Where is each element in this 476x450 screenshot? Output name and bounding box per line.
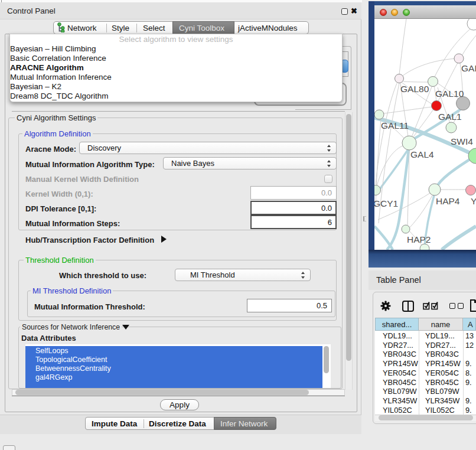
svg-text:SWI4: SWI4 bbox=[451, 136, 473, 146]
svg-text:GAL1: GAL1 bbox=[438, 112, 462, 122]
svg-text:Y: Y bbox=[471, 196, 476, 206]
svg-text:GAL80: GAL80 bbox=[400, 84, 429, 94]
svg-text:GAL11: GAL11 bbox=[381, 120, 409, 131]
svg-text:HAP2: HAP2 bbox=[407, 234, 431, 244]
svg-text:GAL4: GAL4 bbox=[410, 149, 434, 159]
svg-text:GCY1: GCY1 bbox=[374, 198, 398, 208]
svg-text:HAP4: HAP4 bbox=[436, 196, 460, 206]
svg-text:GAL: GAL bbox=[461, 63, 476, 73]
svg-text:GAL10: GAL10 bbox=[435, 89, 464, 99]
